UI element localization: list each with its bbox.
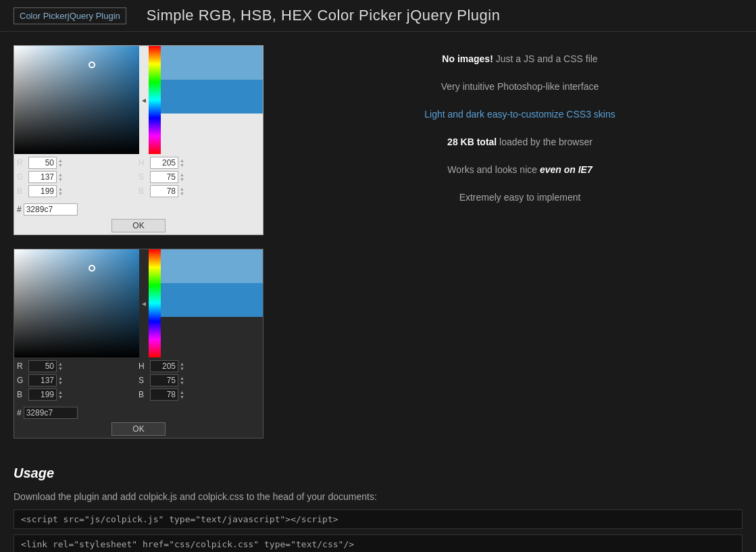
picker1-g-spinner[interactable]: ▲ ▼ bbox=[57, 172, 64, 182]
picker1-h-input[interactable] bbox=[150, 157, 178, 169]
picker2-current-color bbox=[161, 283, 263, 317]
usage-intro: Download the plugin and add colpick.js a… bbox=[14, 489, 742, 504]
picker2-h-up[interactable]: ▲ bbox=[179, 361, 185, 366]
picker1-s-up[interactable]: ▲ bbox=[179, 172, 185, 177]
picker2-hex-input[interactable] bbox=[24, 407, 78, 419]
picker1-bval-up[interactable]: ▲ bbox=[179, 186, 185, 191]
header: Color PickerjQuery Plugin Simple RGB, HS… bbox=[0, 0, 756, 32]
picker1-gradient[interactable] bbox=[14, 46, 139, 154]
picker2-r-spinner[interactable]: ▲ ▼ bbox=[57, 361, 64, 371]
picker2-bval-label: B bbox=[138, 390, 148, 399]
picker2-bval-down[interactable]: ▼ bbox=[179, 395, 185, 399]
picker1-r-label: R bbox=[17, 158, 26, 168]
picker1-hsb: H ▲ ▼ S ▲ ▼ bbox=[138, 157, 260, 199]
picker2-hex-row: # bbox=[14, 405, 263, 420]
usage-intro-text: Download the plugin and add colpick.js a… bbox=[14, 491, 377, 502]
picker2-hue-bar[interactable] bbox=[149, 249, 161, 357]
picker1-g-input[interactable] bbox=[28, 171, 57, 183]
picker2-g-input[interactable] bbox=[28, 374, 57, 386]
picker2-g-up[interactable]: ▲ bbox=[57, 376, 64, 380]
picker1-h-down[interactable]: ▼ bbox=[179, 163, 185, 168]
picker1-h-spinner[interactable]: ▲ ▼ bbox=[179, 158, 185, 168]
picker2-b-input[interactable] bbox=[28, 388, 57, 401]
picker2-cursor bbox=[89, 265, 95, 272]
picker2-h-label: H bbox=[138, 361, 148, 371]
picker2-hue-arrow: ◄ bbox=[139, 249, 149, 357]
picker2-b-down[interactable]: ▼ bbox=[57, 395, 64, 399]
picker1-bval-down[interactable]: ▼ bbox=[179, 191, 185, 196]
picker1-preview bbox=[161, 46, 263, 154]
picker1-top: ◄ bbox=[14, 46, 263, 154]
usage-link-tag: <link rel="stylesheet" href="css/colpick… bbox=[14, 534, 742, 552]
picker2-bval-up[interactable]: ▲ bbox=[179, 390, 185, 395]
picker2-ok-button[interactable]: OK bbox=[111, 422, 165, 436]
picker1-s-input[interactable] bbox=[150, 171, 178, 183]
picker1-bval-input[interactable] bbox=[150, 185, 178, 197]
picker2-h-spinner[interactable]: ▲ ▼ bbox=[179, 361, 185, 371]
picker2-g-label: G bbox=[17, 376, 26, 385]
picker1-b-down[interactable]: ▼ bbox=[57, 191, 64, 196]
picker2-r-input[interactable] bbox=[28, 360, 57, 372]
picker2-h-down[interactable]: ▼ bbox=[179, 366, 185, 371]
feature-easy-text: Extremely easy to implement bbox=[459, 192, 581, 203]
picker2-s-down[interactable]: ▼ bbox=[179, 380, 185, 385]
picker2-b-spinner[interactable]: ▲ ▼ bbox=[57, 390, 64, 399]
picker2-ok-row: OK bbox=[14, 420, 263, 438]
picker1-h-label: H bbox=[138, 158, 148, 168]
picker2-h-row: H ▲ ▼ bbox=[138, 360, 260, 372]
picker1-s-spinner[interactable]: ▲ ▼ bbox=[179, 172, 185, 182]
feature-no-images-bold: No images! bbox=[442, 53, 493, 64]
picker1-b-input[interactable] bbox=[28, 185, 57, 197]
picker1-r-spinner[interactable]: ▲ ▼ bbox=[57, 158, 64, 168]
picker2-b-up[interactable]: ▲ bbox=[57, 390, 64, 395]
picker2-s-spinner[interactable]: ▲ ▼ bbox=[179, 376, 185, 385]
feature-size: 28 KB total loaded by the browser bbox=[297, 135, 742, 149]
picker2-new-color bbox=[161, 249, 263, 283]
picker2-g-down[interactable]: ▼ bbox=[57, 380, 64, 385]
picker2-bval-row: B ▲ ▼ bbox=[138, 388, 260, 401]
picker1-b-spinner[interactable]: ▲ ▼ bbox=[57, 186, 64, 196]
picker2-bval-spinner[interactable]: ▲ ▼ bbox=[179, 390, 185, 399]
features-column: No images! Just a JS and a CSS file Very… bbox=[297, 45, 742, 452]
picker1-r-up[interactable]: ▲ bbox=[57, 158, 64, 163]
picker2-s-up[interactable]: ▲ bbox=[179, 376, 185, 380]
picker2-controls: R ▲ ▼ G ▲ ▼ bbox=[14, 357, 263, 405]
picker1-b-up[interactable]: ▲ bbox=[57, 186, 64, 191]
picker2-r-up[interactable]: ▲ bbox=[57, 361, 64, 366]
picker1-b-row: B ▲ ▼ bbox=[17, 185, 138, 197]
picker1-hex-label: # bbox=[17, 205, 22, 214]
picker1-g-up[interactable]: ▲ bbox=[57, 172, 64, 177]
picker2-s-input[interactable] bbox=[150, 374, 178, 386]
picker1-h-row: H ▲ ▼ bbox=[138, 157, 260, 169]
feature-intuitive-text: Very intuitive Photoshop-like interface bbox=[441, 81, 599, 92]
picker2-r-label: R bbox=[17, 361, 26, 371]
picker2-top: ◄ bbox=[14, 249, 263, 357]
picker1-bval-label: B bbox=[138, 186, 148, 196]
picker1-r-input[interactable] bbox=[28, 157, 57, 169]
picker1-g-label: G bbox=[17, 172, 26, 182]
picker2-gradient[interactable] bbox=[14, 249, 139, 357]
picker1-h-up[interactable]: ▲ bbox=[179, 158, 185, 163]
picker2-bval-input[interactable] bbox=[150, 388, 178, 401]
picker1-r-down[interactable]: ▼ bbox=[57, 163, 64, 168]
picker1-s-down[interactable]: ▼ bbox=[179, 177, 185, 182]
feature-easy: Extremely easy to implement bbox=[297, 191, 742, 205]
feature-size-rest: loaded by the browser bbox=[497, 136, 593, 147]
picker2-h-input[interactable] bbox=[150, 360, 178, 372]
picker2-g-spinner[interactable]: ▲ ▼ bbox=[57, 376, 64, 385]
picker1-bval-spinner[interactable]: ▲ ▼ bbox=[179, 186, 185, 196]
picker1-g-down[interactable]: ▼ bbox=[57, 177, 64, 182]
feature-skins-text: Light and dark easy-to-customize CSS3 sk… bbox=[424, 109, 615, 120]
picker2-r-down[interactable]: ▼ bbox=[57, 366, 64, 371]
picker1-bval-row: B ▲ ▼ bbox=[138, 185, 260, 197]
picker1-hex-input[interactable] bbox=[24, 203, 78, 216]
picker2-b-row: B ▲ ▼ bbox=[17, 388, 138, 401]
picker1-controls: R ▲ ▼ G ▲ ▼ bbox=[14, 154, 263, 202]
picker1-s-label: S bbox=[138, 172, 148, 182]
picker1-cursor bbox=[89, 61, 95, 68]
picker1-hue-bar[interactable] bbox=[149, 46, 161, 154]
picker1-ok-button[interactable]: OK bbox=[111, 219, 165, 232]
picker1-current-color bbox=[161, 80, 263, 114]
feature-no-images-rest: Just a JS and a CSS file bbox=[493, 53, 598, 64]
site-logo[interactable]: Color PickerjQuery Plugin bbox=[14, 7, 126, 24]
